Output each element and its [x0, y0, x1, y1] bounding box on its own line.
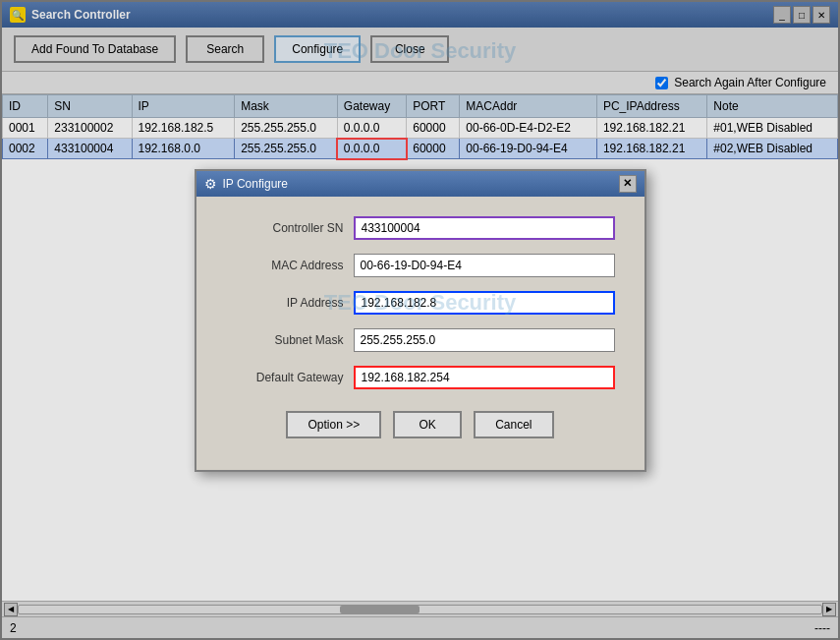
modal-close-button[interactable]: ✕ — [619, 175, 637, 193]
modal-title: IP Configure — [223, 177, 289, 191]
option-button[interactable]: Option >> — [286, 411, 381, 438]
ip-configure-dialog: ⚙ IP Configure ✕ TEO Door Security Contr… — [195, 169, 646, 472]
default-gateway-label: Default Gateway — [226, 371, 344, 384]
mac-address-input[interactable] — [354, 254, 615, 277]
cancel-button[interactable]: Cancel — [474, 411, 553, 438]
controller-sn-row: Controller SN — [226, 216, 615, 240]
controller-sn-label: Controller SN — [226, 221, 344, 235]
modal-title-bar: ⚙ IP Configure ✕ — [196, 171, 644, 197]
mac-address-row: MAC Address — [226, 254, 615, 277]
subnet-mask-label: Subnet Mask — [226, 333, 344, 347]
default-gateway-input[interactable] — [354, 366, 615, 389]
controller-sn-input[interactable] — [354, 216, 615, 240]
ok-button[interactable]: OK — [393, 411, 462, 438]
ip-address-label: IP Address — [226, 296, 344, 310]
ip-address-row: IP Address — [226, 291, 615, 315]
modal-form: TEO Door Security Controller SN MAC Addr… — [226, 216, 615, 389]
modal-footer: Option >> OK Cancel — [226, 403, 615, 454]
subnet-mask-input[interactable] — [354, 328, 615, 352]
subnet-mask-row: Subnet Mask — [226, 328, 615, 352]
ip-address-input[interactable] — [354, 291, 615, 315]
mac-address-label: MAC Address — [226, 259, 344, 272]
modal-icon: ⚙ — [204, 176, 217, 192]
modal-overlay: ⚙ IP Configure ✕ TEO Door Security Contr… — [0, 0, 840, 640]
modal-body: TEO Door Security Controller SN MAC Addr… — [196, 197, 644, 470]
default-gateway-row: Default Gateway — [226, 366, 615, 389]
modal-title-left: ⚙ IP Configure — [204, 176, 289, 192]
